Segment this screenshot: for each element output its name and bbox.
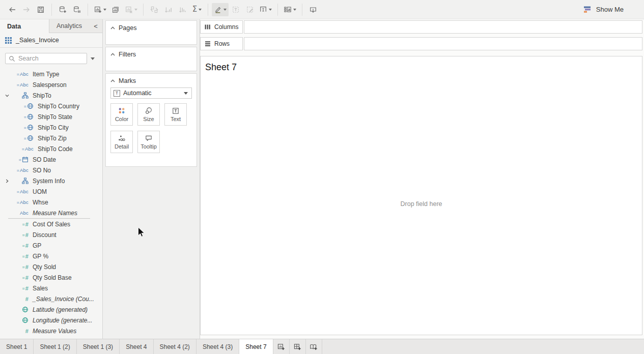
field-type-icon: = [15, 124, 34, 131]
new-worksheet-tab-button[interactable] [273, 339, 290, 354]
field-shipto-country[interactable]: =ShipTo Country [0, 101, 102, 111]
toolbar-button-group: Σ [5, 3, 320, 16]
field-gp[interactable]: =#GP [0, 240, 102, 251]
columns-shelf-droparea[interactable] [244, 20, 642, 34]
field-shipto-city[interactable]: =ShipTo City [0, 122, 102, 133]
field-label: Sales [33, 285, 48, 292]
field-type-icon [10, 317, 29, 323]
undo-button[interactable] [5, 3, 19, 16]
field-sales[interactable]: =#Sales [0, 283, 102, 293]
field-item-type[interactable]: =AbcItem Type [0, 69, 102, 79]
expander-right-icon[interactable] [4, 179, 10, 183]
presentation-mode-button[interactable] [306, 3, 320, 16]
field-label: Discount [33, 231, 57, 239]
pause-auto-updates-button[interactable] [70, 3, 84, 16]
sheet-tab-sheet-1-2[interactable]: Sheet 1 (2) [34, 339, 76, 354]
chevron-down-icon [199, 9, 202, 11]
field-measure-names[interactable]: AbcMeasure Names [0, 208, 102, 218]
field-type-icon: = [15, 103, 34, 109]
field-latitude-generated[interactable]: Latitude (generated) [0, 304, 102, 315]
sheet-tab-sheet-4-3[interactable]: Sheet 4 (3) [197, 339, 239, 354]
field-type-icon: # [10, 328, 29, 334]
field-label: ShipTo State [38, 113, 72, 121]
field-label: Item Type [33, 71, 59, 78]
mark-color-icon [118, 107, 126, 115]
mark-tooltip-button[interactable]: Tooltip [137, 131, 160, 153]
mark-color-button[interactable]: Color [110, 103, 133, 126]
field-type-icon: =# [10, 232, 29, 238]
field-type-icon: Abc [10, 210, 29, 216]
save-button[interactable] [34, 3, 48, 16]
columns-shelf-row: Columns [200, 20, 642, 34]
field-longitude-generate[interactable]: Longitude (generate... [0, 315, 102, 326]
field-shipto[interactable]: ShipTo [0, 90, 102, 101]
worksheet-area: Columns Rows Sheet 7 Drop field here [200, 19, 644, 339]
search-options-dropdown[interactable] [87, 57, 98, 60]
collapse-pane-button[interactable]: < [89, 19, 102, 33]
field-shipto-code[interactable]: =AbcShipTo Code [0, 143, 102, 154]
toolbar-separator [88, 4, 88, 16]
field-sales-invoice-cou[interactable]: #_Sales_Invoice (Cou... [0, 293, 102, 304]
field-whse[interactable]: =AbcWhse [0, 197, 102, 208]
field-type-icon: = [10, 156, 29, 163]
sheet-tab-sheet-4-2[interactable]: Sheet 4 (2) [154, 339, 197, 354]
mark-size-button[interactable]: Size [137, 103, 160, 126]
tableau-window: { "toolbar": { "items": [ {"type":"btn",… [0, 0, 644, 354]
pages-card-header[interactable]: Pages [106, 21, 197, 34]
redo-button [19, 3, 34, 16]
tab-data[interactable]: Data [0, 19, 49, 33]
search-input[interactable]: Search [5, 53, 87, 64]
expander-down-icon[interactable] [4, 94, 10, 97]
sheet-tab-sheet-1[interactable]: Sheet 1 [0, 339, 34, 354]
show-me-icon [583, 6, 592, 13]
duplicate-sheet-icon [111, 6, 120, 14]
mark-detail-button[interactable]: Detail [110, 131, 133, 153]
field-qty-sold-base[interactable]: =#Qty Sold Base [0, 272, 102, 283]
presentation-mode-icon [309, 6, 317, 14]
duplicate-sheet-button[interactable] [108, 3, 123, 16]
field-cost-of-sales[interactable]: =#Cost Of Sales [0, 219, 102, 229]
mark-text-button[interactable]: Text [164, 103, 187, 126]
new-story-tab-button[interactable] [306, 339, 322, 354]
field-so-no[interactable]: =AbcSO No [0, 165, 102, 175]
sheet-tab-sheet-1-3[interactable]: Sheet 1 (3) [77, 339, 120, 354]
mark-type-dropdown[interactable]: T Automatic [110, 87, 192, 99]
field-salesperson[interactable]: =AbcSalesperson [0, 79, 102, 90]
show-hide-cards-button[interactable] [282, 3, 298, 16]
tab-analytics[interactable]: Analytics [49, 19, 89, 33]
highlight-button[interactable] [212, 3, 229, 16]
save-icon [37, 6, 45, 14]
rows-shelf-text: Rows [214, 40, 230, 47]
field-type-icon [10, 306, 29, 313]
field-label: Salesperson [33, 81, 67, 88]
marks-card-header[interactable]: Marks [106, 74, 197, 86]
sheet-tab-sheet-4[interactable]: Sheet 4 [120, 339, 153, 354]
field-qty-sold[interactable]: =#Qty Sold [0, 261, 102, 272]
field-gp[interactable]: =#GP % [0, 251, 102, 261]
sheet-tab-sheet-7[interactable]: Sheet 7 [239, 339, 273, 354]
field-type-icon: =Abc [10, 167, 29, 173]
columns-icon [205, 24, 211, 30]
filters-card-header[interactable]: Filters [106, 47, 197, 60]
rows-shelf-droparea[interactable] [244, 37, 642, 50]
show-me-button[interactable]: Show Me [583, 6, 624, 13]
field-type-icon [10, 178, 29, 184]
fit-button[interactable] [257, 3, 274, 16]
totals-icon: Σ [192, 6, 197, 13]
new-dashboard-tab-button[interactable] [290, 339, 306, 354]
mark-buttons-grid: ColorSizeTextDetailTooltip [110, 103, 192, 153]
field-so-date[interactable]: =SO Date [0, 154, 102, 165]
datasource-row[interactable]: _Sales_Invoice [0, 33, 102, 48]
field-shipto-state[interactable]: =ShipTo State [0, 111, 102, 122]
field-shipto-zip[interactable]: =ShipTo Zip [0, 133, 102, 143]
totals-button[interactable]: Σ [190, 3, 204, 16]
field-uom[interactable]: =AbcUOM [0, 186, 102, 197]
new-worksheet-button[interactable] [92, 3, 108, 16]
field-label: GP [33, 242, 41, 249]
worksheet-canvas[interactable]: Sheet 7 Drop field here [200, 56, 642, 335]
new-data-source-button[interactable] [55, 3, 70, 16]
field-discount[interactable]: =#Discount [0, 229, 102, 240]
field-system-info[interactable]: System Info [0, 175, 102, 186]
field-measure-values[interactable]: #Measure Values [0, 326, 102, 336]
toolbar-separator [51, 4, 52, 16]
